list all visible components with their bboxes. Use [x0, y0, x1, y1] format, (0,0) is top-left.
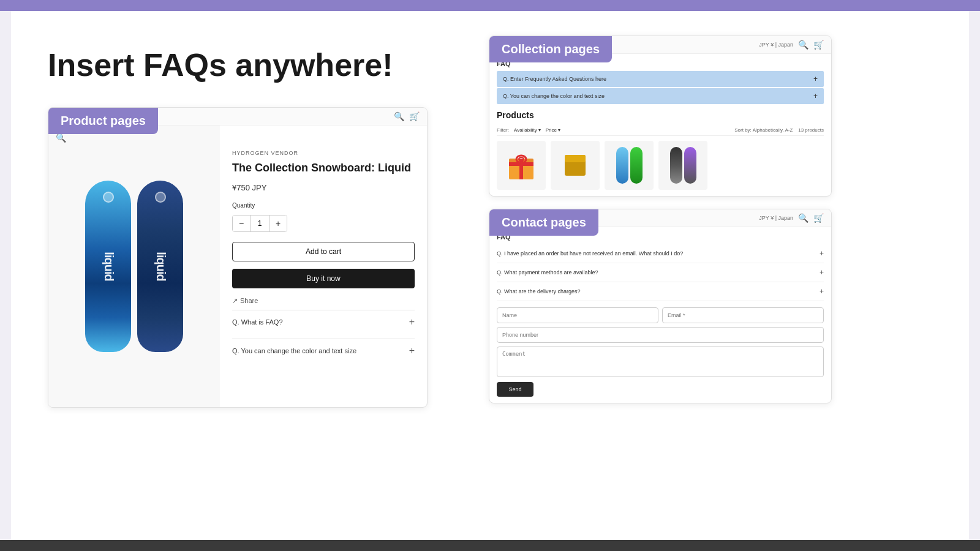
- thumb-snowboard-purple: [684, 147, 696, 184]
- product-faq-row-1[interactable]: Q. What is FAQ? +: [232, 317, 415, 328]
- vendor-label: HYDROGEN VENDOR: [232, 150, 415, 156]
- faq-expand-icon-1[interactable]: +: [409, 317, 415, 328]
- collection-body: FAQ Q. Enter Frequently Asked Questions …: [489, 54, 831, 196]
- product-faq-question-1: Q. What is FAQ?: [232, 318, 283, 326]
- products-section: Products Filter: Availability ▾ Price ▾: [497, 110, 824, 190]
- product-price: ¥750 JPY: [232, 183, 415, 192]
- filter-label: Filter:: [497, 127, 509, 133]
- phone-field[interactable]: [497, 327, 824, 343]
- collection-faq-expand-1[interactable]: +: [813, 75, 818, 83]
- contact-search-icon[interactable]: 🔍: [798, 213, 809, 223]
- contact-faq-item-3[interactable]: Q. What are the delivery charges? +: [497, 282, 824, 301]
- qty-increase-button[interactable]: +: [270, 215, 287, 232]
- product-image-area: 🔍 liquid liquid: [48, 126, 220, 407]
- contact-faq-q3: Q. What are the delivery charges?: [497, 288, 581, 294]
- product-faq-item-2: Q. You can change the color and text siz…: [232, 339, 415, 362]
- contact-browser-icons: JPY ¥ | Japan 🔍 🛒: [759, 213, 824, 223]
- board-binding-left: [103, 192, 114, 203]
- products-section-title: Products: [497, 110, 824, 120]
- contact-card: Contact pages JPY ¥ | Japan 🔍 🛒 FAQ Q. I…: [489, 209, 832, 403]
- product-faq-question-2: Q. You can change the color and text siz…: [232, 347, 356, 354]
- availability-filter[interactable]: Availability ▾: [514, 127, 541, 133]
- bottom-bar: [0, 540, 980, 551]
- top-bar: [0, 0, 980, 11]
- product-count: 13 products: [798, 127, 824, 133]
- collection-faq-item-1[interactable]: Q. Enter Frequently Asked Questions here…: [497, 71, 824, 87]
- collection-cart-icon[interactable]: 🛒: [813, 40, 824, 50]
- snowboard-images: liquid liquid: [73, 168, 195, 364]
- product-card-label: Product pages: [48, 108, 158, 134]
- thumb-snowboard-green: [630, 147, 643, 184]
- buy-now-button[interactable]: Buy it now: [232, 269, 415, 288]
- left-section: Insert FAQs anywhere! Product pages JPY …: [11, 11, 477, 432]
- search-icon[interactable]: 🔍: [394, 111, 404, 121]
- hero-title: Insert FAQs anywhere!: [48, 48, 452, 83]
- form-name-email-row: [497, 307, 824, 323]
- yellow-product-icon: [560, 150, 590, 181]
- contact-faq-expand-2[interactable]: +: [820, 268, 824, 277]
- contact-card-label: Contact pages: [489, 209, 598, 236]
- board-text-left: liquid: [101, 252, 115, 281]
- product-faq-item-1: Q. What is FAQ? +: [232, 310, 415, 334]
- sort-value-text[interactable]: Alphabetically, A-Z: [753, 127, 793, 133]
- product-card-inner: 🔍 liquid liquid HYDROGEN VEND: [48, 126, 427, 407]
- product-details: HYDROGEN VENDOR The Collection Snowboard…: [220, 126, 427, 407]
- email-field[interactable]: [662, 307, 824, 323]
- sort-label: Sort by:: [734, 127, 752, 133]
- contact-cart-icon[interactable]: 🛒: [813, 213, 824, 223]
- thumb-snowboard-cyan: [616, 147, 628, 184]
- contact-faq-q2: Q. What payment methods are available?: [497, 269, 598, 276]
- thumb-pair-2: [670, 147, 696, 184]
- contact-faq-expand-3[interactable]: +: [820, 287, 824, 296]
- collection-card-label: Collection pages: [489, 36, 612, 62]
- product-thumb-boards2[interactable]: [658, 141, 707, 190]
- main-content: Insert FAQs anywhere! Product pages JPY …: [11, 11, 969, 540]
- collection-search-icon[interactable]: 🔍: [798, 40, 809, 50]
- contact-faq-item-2[interactable]: Q. What payment methods are available? +: [497, 263, 824, 282]
- product-thumbnails: [497, 141, 824, 190]
- product-thumb-gift[interactable]: [497, 141, 546, 190]
- filter-left: Filter: Availability ▾ Price ▾: [497, 127, 560, 133]
- price-filter[interactable]: Price ▾: [546, 127, 560, 133]
- cart-icon[interactable]: 🛒: [409, 111, 420, 121]
- product-thumb-boards1[interactable]: [605, 141, 654, 190]
- share-text: Share: [240, 297, 258, 304]
- gift-icon: [506, 150, 537, 181]
- faq-expand-icon-2[interactable]: +: [409, 345, 415, 356]
- product-thumb-yellow[interactable]: [551, 141, 600, 190]
- name-field[interactable]: [497, 307, 658, 323]
- product-faq-row-2[interactable]: Q. You can change the color and text siz…: [232, 345, 415, 356]
- submit-button[interactable]: Send: [497, 382, 533, 397]
- comment-field[interactable]: [497, 347, 824, 377]
- collection-currency: JPY ¥ | Japan: [759, 42, 793, 48]
- zoom-icon[interactable]: 🔍: [56, 133, 66, 143]
- contact-form: Send: [497, 307, 824, 397]
- quantity-label: Quantity: [232, 202, 415, 209]
- collection-browser-icons: JPY ¥ | Japan 🔍 🛒: [759, 40, 824, 50]
- product-title: The Collection Snowboard: Liquid: [232, 161, 415, 175]
- product-card: Product pages JPY ¥ | Japan 🔍 🛒 🔍 liquid: [48, 107, 428, 408]
- thumb-snowboard-dark: [670, 147, 682, 184]
- snowboard-left: liquid: [85, 181, 131, 352]
- svg-rect-2: [519, 159, 523, 179]
- contact-faq-expand-1[interactable]: +: [820, 249, 824, 258]
- contact-card-wrapper: Contact pages JPY ¥ | Japan 🔍 🛒 FAQ Q. I…: [489, 209, 831, 403]
- share-link[interactable]: ↗ Share: [232, 297, 415, 305]
- contact-faq-item-1[interactable]: Q. I have placed an order but have not r…: [497, 244, 824, 263]
- svg-rect-7: [565, 155, 586, 162]
- collection-faq-q1: Q. Enter Frequently Asked Questions here: [503, 76, 606, 82]
- collection-faq-item-2[interactable]: Q. You can change the color and text siz…: [497, 88, 824, 104]
- board-text-right: liquid: [153, 252, 167, 281]
- contact-body: FAQ Q. I have placed an order but have n…: [489, 227, 831, 403]
- filter-bar: Filter: Availability ▾ Price ▾ Sort by:: [497, 125, 824, 136]
- thumb-pair-1: [616, 147, 643, 184]
- snowboard-right: liquid: [137, 181, 183, 352]
- board-binding-right: [155, 192, 166, 203]
- contact-currency: JPY ¥ | Japan: [759, 215, 793, 221]
- qty-decrease-button[interactable]: −: [233, 215, 250, 232]
- quantity-control: − 1 +: [232, 215, 287, 232]
- add-to-cart-button[interactable]: Add to cart: [232, 242, 415, 261]
- collection-faq-expand-2[interactable]: +: [813, 92, 818, 100]
- right-section: Collection pages JPY ¥ | Japan 🔍 🛒 FAQ Q…: [477, 11, 969, 422]
- contact-faq-q1: Q. I have placed an order but have not r…: [497, 250, 683, 257]
